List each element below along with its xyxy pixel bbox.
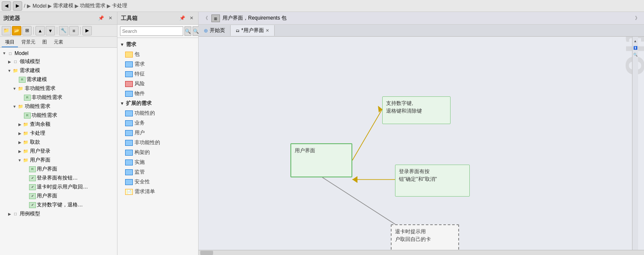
toolbox-section-ext[interactable]: ▼ 扩展的需求 [117, 99, 198, 108]
canvas-tab-ui[interactable]: 🗂 *用户界面 ✕ [231, 25, 275, 36]
mini-tool-up[interactable]: ▲ [633, 38, 638, 43]
tree-item-login[interactable]: ▶ 📁 用户登录 [0, 147, 117, 156]
toolbox-close-button[interactable]: ✕ [188, 15, 195, 21]
expand-model[interactable]: ▼ [2, 51, 7, 56]
tree-item-func[interactable]: ▼ 📁 功能性需求 [0, 102, 117, 111]
toolbox-item-user[interactable]: 用户 [117, 128, 198, 138]
tree-item-nonfunc[interactable]: ▼ 📁 非功能性需求 [0, 84, 117, 93]
expand-nonfunc[interactable]: ▼ [12, 86, 17, 91]
toolbox-item-business[interactable]: 业务 [117, 118, 198, 128]
toolbox-item-feature[interactable]: 特征 [117, 69, 198, 79]
req-modeling-folder-icon: 📁 [12, 68, 19, 74]
canvas-tab-home[interactable]: ⊕ 开始页 [199, 25, 231, 36]
breadcrumb-model[interactable]: Model [32, 3, 47, 9]
tab-project[interactable]: 项目 [2, 38, 18, 47]
toolbox-item-req[interactable]: 需求 [117, 59, 198, 69]
browser-tool-up[interactable]: ▲ [35, 26, 45, 35]
browser-tree: ▼ □ Model ▶ □ 领域模型 ▼ 📁 需求建模 [0, 48, 117, 255]
mini-tool-person[interactable]: 🚹 [633, 45, 638, 50]
svg-line-0 [352, 109, 382, 160]
toolbox-item-regulation[interactable]: 监管 [117, 167, 198, 177]
tree-item-model[interactable]: ▼ □ Model [0, 49, 117, 57]
section-req-arrow: ▼ [120, 42, 124, 47]
breadcrumb-card[interactable]: 卡处理 [112, 2, 127, 9]
node-login-ui[interactable]: 登录界面有按钮"确定"和"取消" [395, 165, 470, 197]
tab-diagram[interactable]: 图 [39, 38, 50, 47]
browser-panel-actions: 📌 ✕ [97, 15, 114, 21]
browser-tool-open[interactable]: 📁 [2, 26, 11, 35]
browser-close-button[interactable]: ✕ [107, 15, 114, 21]
browser-tool-down[interactable]: ▼ [46, 26, 55, 35]
login-btn-check-icon: ✓ [29, 175, 36, 181]
toolbox-item-business-label: 业务 [135, 119, 145, 127]
tree-item-ui-folder[interactable]: ▼ 📁 用户界面 [0, 156, 117, 165]
toolbox-item-package-label: 包 [135, 51, 140, 58]
node-numkey[interactable]: 支持数字键,退格键和清除键 [382, 96, 451, 124]
tree-item-req-modeling[interactable]: ▼ 📁 需求建模 [0, 66, 117, 75]
tab-element[interactable]: 元素 [50, 38, 67, 47]
expand-card[interactable]: ▶ [17, 131, 22, 136]
browser-tool-menu[interactable]: ≡ [69, 26, 79, 35]
expand-query[interactable]: ▶ [17, 122, 22, 127]
search-input[interactable] [120, 26, 183, 36]
tree-item-req-modeling-req[interactable]: R 需求建模 [0, 75, 117, 84]
expand-usecase[interactable]: ▶ [7, 212, 12, 217]
tree-item-func-req[interactable]: R 功能性需求 [0, 111, 117, 120]
browser-tool-grid[interactable]: ⊞ [22, 26, 32, 35]
ui-tab-close[interactable]: ✕ [266, 28, 269, 33]
tree-item-ui-check[interactable]: ✓ 用户界面 [0, 191, 117, 200]
nav-forward-button[interactable]: ▶ [13, 1, 22, 11]
hscroll-thumb[interactable] [200, 251, 213, 255]
tree-item-card-return[interactable]: ✓ 退卡时提示用户取回… [0, 183, 117, 191]
toolbox-item-reqlist-label: 需求清单 [135, 188, 155, 195]
expand-withdraw[interactable]: ▶ [17, 140, 22, 145]
canvas-scrollbar-h[interactable] [199, 250, 644, 255]
node-main-ui[interactable]: 用户界面 [290, 143, 352, 177]
browser-tool-arrow[interactable]: ▶ [82, 26, 92, 35]
tree-item-card[interactable]: ▶ 📁 卡处理 [0, 129, 117, 138]
browser-pin-button[interactable]: 📌 [97, 15, 105, 21]
tree-item-usecase[interactable]: ▶ □ 用例模型 [0, 209, 117, 218]
search-button[interactable]: 🔍 [184, 26, 191, 36]
toolbox-item-reqlist[interactable]: 📄 需求清单 [117, 187, 198, 197]
tree-item-ui-req[interactable]: R 用户界面 [0, 165, 117, 174]
expand-nonfunc-req [19, 95, 24, 100]
tree-item-domain[interactable]: ▶ □ 领域模型 [0, 57, 117, 66]
tree-item-withdraw[interactable]: ▶ 📁 取款 [0, 138, 117, 147]
toolbox-item-nonfunc-label: 非功能性的 [135, 139, 160, 146]
toolbox-item-nonfunc[interactable]: 非功能性的 [117, 138, 198, 148]
expand-ui-folder[interactable]: ▼ [17, 158, 22, 163]
node-numkey-text: 支持数字键,退格键和清除键 [383, 97, 450, 117]
tree-item-login-btn[interactable]: ✓ 登录界面有按钮… [0, 174, 117, 183]
breadcrumb-func[interactable]: 功能性需求 [80, 2, 105, 9]
toolbox-item-security[interactable]: 安全性 [117, 177, 198, 187]
svg-marker-1 [378, 106, 382, 113]
breadcrumb-req[interactable]: 需求建模 [53, 2, 73, 9]
toolbox-item-impl[interactable]: 实施 [117, 157, 198, 167]
expand-domain[interactable]: ▶ [7, 59, 12, 64]
canvas-header-text: 用户界面，Requirements 包 [222, 14, 287, 22]
toolbox-item-risk[interactable]: 风险 [117, 79, 198, 89]
tree-item-numkey[interactable]: ✓ 支持数字键，退格… [0, 200, 117, 209]
toolbox-item-impl-label: 实施 [135, 159, 145, 166]
nav-back-button[interactable]: ◀ [2, 1, 11, 11]
toolbox-section-req[interactable]: ▼ 需求 [117, 40, 198, 49]
toolbox-item-arch[interactable]: 构架的 [117, 148, 198, 157]
canvas-collapse-right[interactable]: 》 [634, 15, 641, 22]
tree-item-query[interactable]: ▶ 📁 查询余额 [0, 120, 117, 129]
toolbox-item-package[interactable]: 包 [117, 49, 198, 59]
expand-func[interactable]: ▼ [12, 104, 17, 109]
canvas-collapse-left[interactable]: 《 [202, 15, 209, 22]
browser-tool-props[interactable]: 🔧 [59, 26, 68, 35]
toolbox-item-functional[interactable]: 功能性的 [117, 108, 198, 118]
toolbox-item-regulation-label: 监管 [135, 168, 145, 176]
toolbox-pin-button[interactable]: 📌 [178, 15, 187, 21]
expand-req-modeling[interactable]: ▼ [7, 68, 12, 73]
expand-login[interactable]: ▶ [17, 149, 22, 154]
canvas-area[interactable]: TRIAL Editio 用户界面 支持数字键, [199, 37, 644, 255]
toolbox-item-artifact[interactable]: 物件 [117, 89, 198, 99]
browser-tool-new-folder[interactable]: 📂 [12, 26, 21, 35]
mini-tool-search[interactable]: 🔍 [633, 52, 638, 57]
tree-item-nonfunc-req[interactable]: R 非功能性需求 [0, 93, 117, 102]
tab-background[interactable]: 背景元 [18, 38, 39, 47]
